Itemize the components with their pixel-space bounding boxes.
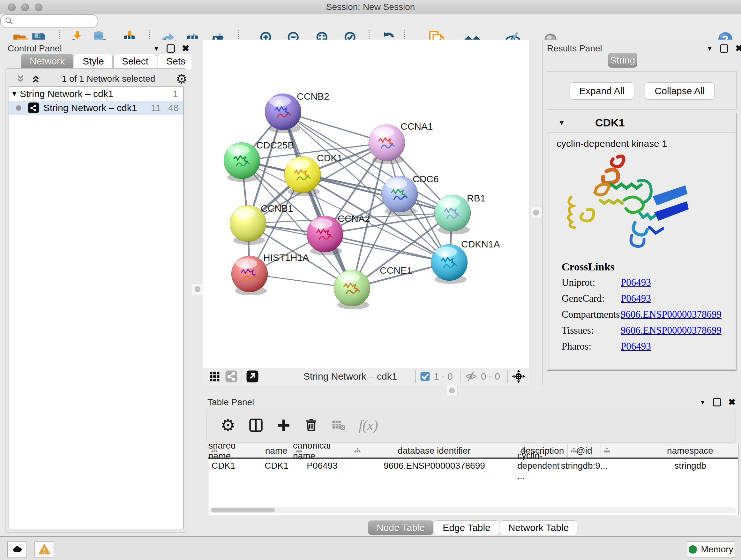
hidden-eye-slash-icon[interactable] — [464, 370, 478, 383]
minimize-window-button[interactable] — [21, 3, 29, 11]
crosslink-link[interactable]: 9606.ENSP00000378699 — [621, 325, 722, 336]
crosslink-link[interactable]: 9606.ENSP00000378699 — [621, 309, 722, 320]
node-CCNB2[interactable]: CCNB2 — [265, 91, 329, 133]
network-canvas[interactable]: CCNB2 CCNA1 CDC25B CDK1 — [203, 40, 529, 368]
delete-column-icon[interactable] — [304, 418, 319, 433]
add-column-icon[interactable] — [276, 418, 291, 433]
cell--id[interactable]: stringdb:9... — [568, 459, 601, 473]
node-CCNA1[interactable]: CCNA1 — [368, 121, 433, 164]
title-bar: Session: New Session — [0, 0, 741, 14]
network-share-icon[interactable] — [225, 370, 238, 383]
column-header-namespace[interactable]: namespace — [601, 444, 738, 457]
expand-all-icon[interactable] — [30, 73, 41, 84]
memory-label: Memory — [701, 544, 733, 555]
network-collection-row[interactable]: ▼ String Network – cdk1 1 — [9, 87, 183, 101]
cell-database-identifier[interactable]: 9606.ENSP00000378699 — [351, 459, 517, 473]
table-row: CDK1CDK1P064939606.ENSP00000378699cyclin… — [208, 459, 738, 473]
splitter-handle-dot[interactable] — [533, 210, 539, 215]
search-field[interactable] — [0, 14, 98, 28]
gene-header-row[interactable]: ▼ CDK1 — [547, 113, 736, 132]
results-list: ▼ CDK1 cyclin-dependent kinase 1 — [547, 113, 737, 371]
column-header-shared-name[interactable]: shared name — [208, 444, 260, 457]
node-label-HIST1H1A: HIST1H1A — [263, 252, 309, 263]
tab-edge-table[interactable]: Edge Table — [434, 520, 499, 535]
horizontal-scrollbar[interactable] — [210, 507, 736, 513]
collapse-entry-icon[interactable]: ▼ — [547, 118, 576, 127]
node-table[interactable]: shared namenamecanonical namedatabase id… — [208, 444, 738, 515]
warning-button[interactable] — [35, 542, 54, 557]
fit-selected-crosshair-icon[interactable] — [512, 369, 526, 383]
zoom-window-button[interactable] — [35, 3, 43, 11]
column-header--id[interactable]: @id — [568, 444, 601, 457]
panel-float-icon[interactable] — [166, 44, 175, 53]
right-splitter[interactable] — [529, 40, 542, 385]
delete-table-icon — [331, 418, 346, 433]
column-header-database-identifier[interactable]: database identifier — [351, 444, 517, 457]
crosslink-row: Compartments:9606.ENSP00000378699 — [562, 309, 722, 320]
search-input[interactable] — [14, 16, 92, 26]
tree-expander-icon[interactable]: ▼ — [9, 90, 20, 98]
tab-select[interactable]: Select — [113, 54, 157, 69]
panel-close-icon[interactable]: ✖ — [728, 398, 736, 407]
results-panel-title: Results Panel — [547, 44, 602, 54]
collapse-all-icon[interactable] — [15, 73, 26, 84]
crosslink-row: GeneCard:P06493 — [562, 293, 722, 304]
results-panel: Results Panel ▼ ✖ String Expand All Coll… — [542, 40, 741, 385]
splitter-handle-dot[interactable] — [195, 287, 200, 292]
network-label: String Network – cdk1 — [44, 103, 137, 113]
selected-checkbox-icon[interactable] — [420, 371, 430, 382]
collapse-all-button[interactable]: Collapse All — [645, 82, 715, 100]
close-window-button[interactable] — [8, 3, 16, 11]
column-header-canonical-name[interactable]: canonical name — [293, 444, 351, 457]
node-label-CCNA1: CCNA1 — [401, 121, 433, 132]
panel-close-icon[interactable]: ✖ — [735, 44, 741, 53]
node-CCNB1[interactable]: CCNB1 — [230, 203, 293, 245]
panel-collapse-icon[interactable]: ▼ — [699, 399, 706, 406]
cell-namespace[interactable]: stringdb — [601, 459, 738, 473]
panel-collapse-icon[interactable]: ▼ — [153, 45, 159, 52]
crosslink-link[interactable]: P06493 — [621, 341, 651, 352]
column-header-description[interactable]: description — [517, 444, 568, 457]
collection-label: String Network – cdk1 — [20, 88, 113, 99]
node-RB1[interactable]: RB1 — [434, 193, 485, 234]
tab-string[interactable]: String — [608, 53, 637, 68]
column-header-name[interactable]: name — [260, 444, 293, 457]
node-CDC6[interactable]: CDC6 — [381, 174, 439, 215]
split-columns-icon[interactable] — [248, 418, 264, 433]
panel-float-icon[interactable] — [720, 44, 728, 53]
edge-CCNA2-CDKN1A[interactable] — [325, 234, 449, 262]
crosslink-row: Tissues:9606.ENSP00000378699 — [562, 325, 722, 336]
expand-all-button[interactable]: Expand All — [569, 82, 634, 100]
birds-eye-grid-icon[interactable] — [208, 370, 220, 382]
tab-network[interactable]: Network — [21, 54, 73, 69]
crosslink-label: Compartments: — [562, 309, 621, 320]
tab-style[interactable]: Style — [74, 54, 113, 69]
tab-node-table[interactable]: Node Table — [368, 520, 433, 535]
crosslink-row: Uniprot:P06493 — [562, 277, 722, 288]
crosslink-label: GeneCard: — [562, 293, 621, 304]
splitter-handle-dot[interactable] — [449, 388, 455, 393]
gear-icon[interactable]: ⚙ — [176, 71, 187, 86]
node-label-CDC25B: CDC25B — [256, 140, 294, 150]
cloud-button[interactable] — [7, 542, 27, 557]
node-HIST1H1A[interactable]: HIST1H1A — [231, 252, 309, 295]
scrollbar-thumb[interactable] — [211, 508, 275, 512]
panel-collapse-icon[interactable]: ▼ — [706, 45, 713, 52]
panel-float-icon[interactable] — [713, 398, 721, 407]
panel-close-icon[interactable]: ✖ — [182, 44, 189, 53]
gear-icon[interactable]: ⚙ — [220, 416, 235, 435]
cell-name[interactable]: CDK1 — [260, 459, 293, 473]
cell-description[interactable]: cyclin-dependent ... — [517, 459, 568, 473]
crosslink-link[interactable]: P06493 — [621, 277, 651, 288]
external-link-icon[interactable] — [246, 370, 259, 383]
crosslink-link[interactable]: P06493 — [621, 293, 651, 304]
table-toolbar: ⚙ f(x) — [206, 408, 736, 442]
tab-sets[interactable]: Sets — [158, 54, 194, 69]
current-network-dot-icon — [16, 105, 21, 111]
node-CDKN1A[interactable]: CDKN1A — [431, 239, 500, 284]
tab-network-table[interactable]: Network Table — [500, 520, 578, 535]
network-row-selected[interactable]: String Network – cdk1 11 48 — [9, 101, 183, 115]
memory-status-dot — [689, 545, 697, 554]
status-bar: Memory — [0, 537, 741, 560]
memory-button[interactable]: Memory — [687, 542, 735, 557]
